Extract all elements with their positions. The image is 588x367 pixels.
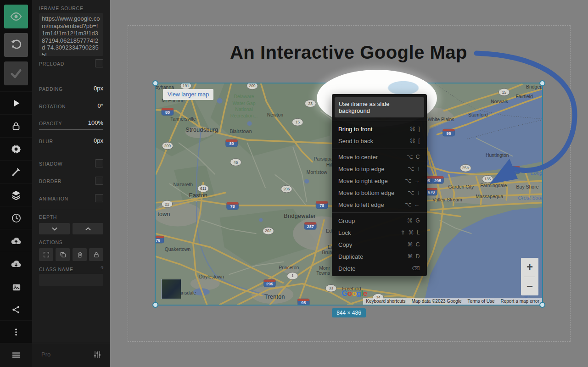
menu-item-delete[interactable]: Delete ⌫ <box>332 262 427 274</box>
map-label: Delaware <box>234 94 254 99</box>
shield-number: 191 <box>183 83 189 88</box>
delete-button[interactable] <box>73 248 87 261</box>
sidebar-item-settings[interactable] <box>0 137 32 161</box>
map-attribution: Keyboard shortcuts Map data ©2023 Google… <box>363 298 542 305</box>
slides-editor: IFRAME SOURCE https://www.google.com/map… <box>0 0 588 367</box>
sidebar-item-history[interactable] <box>0 206 32 229</box>
brush-icon <box>11 167 21 177</box>
google-logo[interactable]: Google <box>342 289 367 298</box>
menu-item-group[interactable]: Group ⌘ G <box>332 215 427 227</box>
sidebar-item-download[interactable] <box>0 252 32 275</box>
fit-to-slide-button[interactable] <box>39 248 53 261</box>
gear-icon <box>11 144 22 155</box>
shield-number: 209 <box>164 144 171 148</box>
main-menu-button[interactable] <box>0 343 32 367</box>
map-label: Fairfield <box>515 94 532 99</box>
menu-item-duplicate[interactable]: Duplicate ⌘ D <box>332 250 427 262</box>
padding-label: PADDING <box>39 86 63 92</box>
actions-label: ACTIONS <box>39 239 63 245</box>
shield-number: 611 <box>200 186 207 191</box>
sidebar-item-publish[interactable] <box>0 229 32 252</box>
menu-item-bring-to-front[interactable]: Bring to front ⌘ ] <box>332 123 427 135</box>
shield-number: 33 <box>329 286 333 290</box>
google-letter: g <box>357 289 361 298</box>
menu-item-move-to-left-edge[interactable]: Move to left edge ⌥ ← <box>332 199 427 211</box>
map-label: White Plains <box>427 117 454 122</box>
cloud-download-icon <box>10 258 22 270</box>
shield-number: 135 <box>484 177 491 181</box>
preview-eye-button[interactable] <box>4 5 28 28</box>
terms-of-use-link[interactable]: Terms of Use <box>468 299 495 304</box>
blur-label: BLUR <box>39 139 53 144</box>
class-name-help[interactable]: ? <box>101 266 103 271</box>
sidebar-item-media[interactable] <box>0 275 32 298</box>
shield-number: 25A <box>462 166 469 170</box>
preload-checkbox[interactable] <box>95 59 103 67</box>
chevron-up-icon <box>85 227 91 231</box>
menu-item-move-to-right-edge[interactable]: Move to right edge ⌥ → <box>332 175 427 187</box>
class-name-input[interactable] <box>39 274 103 286</box>
shadow-checkbox[interactable] <box>95 159 103 167</box>
menu-item-use-iframe-as-background[interactable]: Use iframe as slide background <box>335 97 424 117</box>
play-icon <box>11 98 21 108</box>
lock-icon <box>93 251 100 258</box>
map-label: Huntington <box>486 153 509 158</box>
class-name-label: CLASS NAME <box>39 267 73 272</box>
padding-value[interactable]: 0px <box>94 85 103 92</box>
depth-down-button[interactable] <box>39 223 70 234</box>
map-label: Farmingdale <box>480 183 507 188</box>
slide-title[interactable]: An Interactive Google Map <box>128 42 570 63</box>
menu-item-move-to-top-edge[interactable]: Move to top edge ⌥ ↑ <box>332 163 427 175</box>
resize-handle-top-right[interactable] <box>539 80 545 86</box>
zoom-in-button[interactable]: + <box>521 258 538 277</box>
animation-checkbox[interactable] <box>95 194 103 202</box>
shield-number: 95 <box>446 131 451 136</box>
resize-handle-bottom-left[interactable] <box>152 302 158 308</box>
map-label: National <box>235 107 252 112</box>
shield-number: 202 <box>265 228 271 233</box>
shield-number: 22 <box>165 202 169 206</box>
satellite-toggle-thumbnail[interactable] <box>161 279 181 299</box>
apply-button[interactable] <box>4 61 28 85</box>
map-data-credit: Map data ©2023 Google <box>411 299 461 304</box>
menu-item-lock[interactable]: Lock ⇧ ⌘ L <box>332 227 427 239</box>
lock-button[interactable] <box>89 248 103 261</box>
border-checkbox[interactable] <box>95 177 103 185</box>
sidebar-item-present[interactable] <box>0 91 32 115</box>
sliders-icon[interactable] <box>93 350 102 359</box>
duplicate-button[interactable] <box>56 248 70 261</box>
resize-handle-top-left[interactable] <box>152 80 158 86</box>
opacity-slider[interactable] <box>39 129 103 130</box>
sidebar-item-share[interactable] <box>0 298 32 321</box>
sidebar-item-style[interactable] <box>0 160 32 184</box>
shield-number: 23 <box>308 101 313 106</box>
menu-item-send-to-back[interactable]: Send to back ⌘ [ <box>332 135 427 147</box>
undo-button[interactable] <box>4 33 28 57</box>
google-letter: o <box>347 289 352 298</box>
depth-up-button[interactable] <box>73 223 103 234</box>
menu-item-copy[interactable]: Copy ⌘ C <box>332 239 427 250</box>
sidebar-item-lock[interactable] <box>0 114 32 138</box>
menu-item-move-to-bottom-edge[interactable]: Move to bottom edge ⌥ ↓ <box>332 187 427 199</box>
map-label: Great Sout <box>518 195 542 200</box>
view-larger-map-button[interactable]: View larger map <box>163 89 213 100</box>
report-error-link[interactable]: Report a map error <box>501 299 539 304</box>
keyboard-shortcuts-link[interactable]: Keyboard shortcuts <box>366 299 405 304</box>
map-label: Long <box>531 170 542 176</box>
blur-value[interactable]: 0px <box>94 137 103 144</box>
map-label: Stamford <box>468 112 488 117</box>
slide-canvas[interactable]: An Interactive Google Map <box>110 0 588 367</box>
pro-link[interactable]: Pro <box>41 351 50 358</box>
sidebar-item-more[interactable] <box>0 320 32 344</box>
zoom-out-button[interactable]: − <box>521 277 538 296</box>
sidebar-item-layers[interactable] <box>0 183 32 206</box>
resize-handle-bottom-right[interactable] <box>539 302 545 308</box>
iframe-source-input[interactable]: https://www.google.com/maps/embed?pb=!1m… <box>39 13 103 56</box>
properties-panel: IFRAME SOURCE https://www.google.com/map… <box>32 0 110 367</box>
shortcut-hint: ⌥ C <box>407 154 420 160</box>
cloud-upload-icon <box>10 235 22 247</box>
rotation-value[interactable]: 0° <box>98 102 103 109</box>
opacity-value[interactable]: 100% <box>88 119 103 126</box>
menu-item-move-to-center[interactable]: Move to center ⌥ C <box>332 151 427 163</box>
shortcut-hint: ⇧ ⌘ L <box>401 229 420 236</box>
